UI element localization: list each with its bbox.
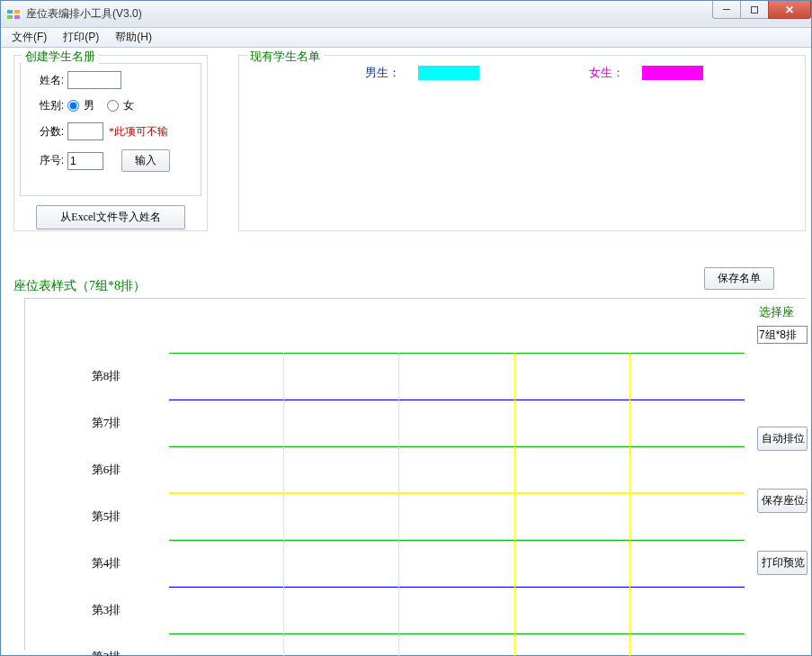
- seat-cell[interactable]: [630, 634, 745, 656]
- seat-cell[interactable]: [515, 634, 630, 656]
- seat-cell[interactable]: [169, 540, 284, 587]
- seat-cell[interactable]: [169, 400, 284, 446]
- import-excel-button[interactable]: 从Excel文件导入姓名: [36, 205, 185, 229]
- seat-layout-combo[interactable]: [757, 326, 808, 344]
- seat-row: 第3排: [43, 587, 745, 634]
- seat-cell[interactable]: [284, 446, 399, 493]
- seat-cell[interactable]: [284, 587, 399, 634]
- seat-cell[interactable]: [284, 634, 399, 656]
- client-area: 创建学生名册 姓名: 性别: 男 女 分数: *此项可不输 序号:: [6, 49, 806, 650]
- seat-row: 第8排: [43, 353, 745, 400]
- seat-right-panel: 选择座 自动排位 保存座位表 打印预览: [757, 304, 808, 575]
- seat-cell[interactable]: [399, 540, 514, 587]
- menu-print[interactable]: 打印(P): [56, 28, 106, 47]
- create-roster-legend: 创建学生名册: [22, 49, 99, 65]
- close-button[interactable]: ✕: [768, 1, 811, 19]
- seat-cells: [169, 353, 745, 400]
- score-hint: *此项可不输: [109, 124, 168, 139]
- seat-frame: 选择座 自动排位 保存座位表 打印预览 第8排第7排第6排第5排第4排第3排第2…: [24, 298, 806, 650]
- minimize-button[interactable]: [712, 1, 741, 19]
- seat-cell[interactable]: [399, 493, 514, 540]
- seat-cell[interactable]: [284, 400, 399, 446]
- seat-cells: [169, 540, 745, 587]
- window-title: 座位表编排小工具(V3.0): [26, 6, 142, 22]
- seat-cell[interactable]: [169, 587, 284, 634]
- seat-cells: [169, 587, 745, 634]
- seat-cell[interactable]: [515, 353, 630, 400]
- svg-rect-0: [7, 10, 13, 13]
- svg-rect-3: [14, 15, 20, 19]
- row-label: 第5排: [43, 508, 169, 525]
- seat-cell[interactable]: [515, 493, 630, 540]
- seat-cell[interactable]: [630, 587, 745, 634]
- seat-cell[interactable]: [630, 446, 745, 493]
- gender-female-radio[interactable]: 女: [107, 98, 134, 113]
- seq-label: 序号:: [28, 153, 64, 168]
- row-label: 第8排: [43, 368, 169, 384]
- seat-cell[interactable]: [284, 540, 399, 587]
- svg-rect-2: [7, 15, 13, 19]
- input-button[interactable]: 输入: [121, 149, 170, 172]
- create-roster-group: 创建学生名册 姓名: 性别: 男 女 分数: *此项可不输 序号:: [13, 55, 208, 231]
- print-preview-button[interactable]: 打印预览: [757, 551, 808, 575]
- row-label: 第7排: [43, 415, 169, 431]
- row-label: 第3排: [43, 602, 169, 618]
- boy-color-swatch: [418, 66, 479, 80]
- seat-cell[interactable]: [399, 587, 514, 634]
- seq-input[interactable]: [67, 152, 103, 170]
- score-input[interactable]: [67, 122, 103, 140]
- seat-cell[interactable]: [169, 446, 284, 493]
- seat-cell[interactable]: [515, 540, 630, 587]
- seat-cell[interactable]: [399, 634, 514, 656]
- girl-label: 女生：: [589, 65, 624, 81]
- boy-label: 男生：: [365, 65, 400, 81]
- seat-cells: [169, 634, 745, 656]
- gender-legend-row: 男生： 女生：: [365, 65, 703, 81]
- name-input[interactable]: [67, 71, 121, 89]
- svg-rect-1: [14, 10, 20, 13]
- seat-cell[interactable]: [169, 634, 284, 656]
- seat-row: 第7排: [43, 400, 745, 446]
- titlebar[interactable]: 座位表编排小工具(V3.0) ✕: [1, 1, 811, 28]
- seat-row: 第5排: [43, 493, 745, 540]
- girl-color-swatch: [642, 66, 703, 80]
- maximize-button[interactable]: [740, 1, 769, 19]
- row-label: 第6排: [43, 462, 169, 478]
- create-roster-inner: 姓名: 性别: 男 女 分数: *此项可不输 序号: 输入: [20, 63, 201, 196]
- seat-cells: [169, 400, 745, 446]
- gender-label: 性别:: [28, 98, 64, 113]
- seat-cell[interactable]: [630, 400, 745, 446]
- seat-cell[interactable]: [284, 493, 399, 540]
- auto-arrange-button[interactable]: 自动排位: [757, 427, 808, 451]
- seat-row: 第4排: [43, 540, 745, 587]
- menu-file[interactable]: 文件(F): [4, 28, 54, 47]
- app-icon: [6, 7, 21, 22]
- score-label: 分数:: [28, 124, 64, 139]
- app-window: 座位表编排小工具(V3.0) ✕ 文件(F) 打印(P) 帮助(H) 创建学生名…: [0, 0, 812, 656]
- seat-cell[interactable]: [399, 446, 514, 493]
- seat-cell[interactable]: [630, 540, 745, 587]
- student-list-legend: 现有学生名单: [246, 49, 324, 65]
- window-controls: ✕: [713, 1, 811, 19]
- seat-cells: [169, 493, 745, 540]
- student-list-group: 现有学生名单 男生： 女生：: [238, 55, 806, 231]
- seat-cell[interactable]: [284, 353, 399, 400]
- seat-cell[interactable]: [515, 400, 630, 446]
- seat-cell[interactable]: [515, 446, 630, 493]
- seat-cell[interactable]: [399, 400, 514, 446]
- name-label: 姓名:: [28, 73, 64, 88]
- menu-help[interactable]: 帮助(H): [108, 28, 159, 47]
- seat-cell[interactable]: [169, 353, 284, 400]
- seat-cell[interactable]: [515, 587, 630, 634]
- seat-cell[interactable]: [630, 353, 745, 400]
- seat-cell[interactable]: [630, 493, 745, 540]
- seat-cell[interactable]: [169, 493, 284, 540]
- seat-row: 第6排: [43, 446, 745, 493]
- seat-cells: [169, 446, 745, 493]
- seat-style-title: 座位表样式（7组*8排）: [13, 278, 146, 294]
- save-list-button[interactable]: 保存名单: [704, 267, 774, 290]
- save-seat-button[interactable]: 保存座位表: [757, 489, 808, 513]
- gender-male-radio[interactable]: 男: [67, 98, 94, 113]
- row-label: 第2排: [43, 649, 169, 656]
- seat-cell[interactable]: [399, 353, 514, 400]
